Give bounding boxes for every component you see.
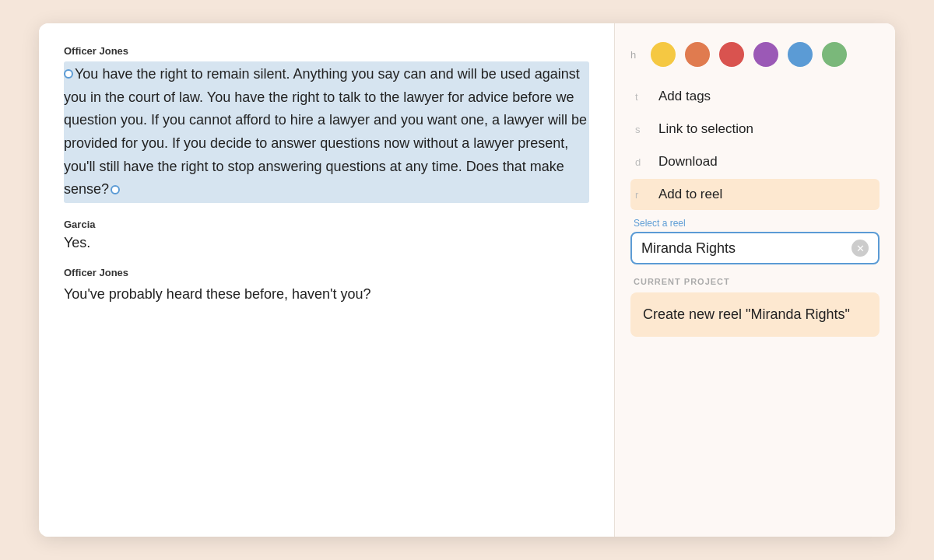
main-container: Officer Jones You have the right to rema… — [39, 23, 895, 537]
garcia-block: Garcia Yes. — [64, 219, 589, 251]
reel-search-input[interactable] — [641, 240, 845, 257]
reel-input-section: Select a reel ✕ — [630, 218, 880, 264]
menu-item-download[interactable]: d Download — [630, 146, 880, 177]
shortcut-s: s — [635, 124, 646, 135]
right-panel: h t Add tags s Link to selection d Downl… — [615, 23, 895, 537]
clear-reel-button[interactable]: ✕ — [851, 240, 869, 257]
transcript-block-1: Officer Jones You have the right to rema… — [64, 45, 589, 203]
menu-item-link-selection[interactable]: s Link to selection — [630, 114, 880, 145]
color-purple[interactable] — [753, 42, 778, 67]
current-project-label: CURRENT PROJECT — [630, 277, 880, 286]
current-project-section: CURRENT PROJECT Create new reel "Miranda… — [630, 277, 880, 337]
color-green[interactable] — [822, 42, 847, 67]
color-red[interactable] — [719, 42, 744, 67]
create-reel-item[interactable]: Create new reel "Miranda Rights" — [630, 292, 880, 337]
left-panel: Officer Jones You have the right to rema… — [39, 23, 615, 537]
highlighted-text: You have the right to remain silent. Any… — [64, 61, 589, 203]
speaker-officer-jones-1: Officer Jones — [64, 45, 589, 57]
shortcut-d: d — [635, 156, 646, 168]
color-yellow[interactable] — [651, 42, 676, 67]
speaker-officer-jones-2: Officer Jones — [64, 267, 589, 278]
add-tags-label: Add tags — [658, 89, 711, 104]
selection-handle-start — [64, 69, 73, 79]
color-blue[interactable] — [788, 42, 813, 67]
speaker-garcia: Garcia — [64, 219, 589, 230]
transcript-text-3: You've probably heard these before, have… — [64, 283, 589, 306]
highlighted-transcript-text: You have the right to remain silent. Any… — [64, 66, 587, 197]
menu-item-add-tags[interactable]: t Add tags — [630, 81, 880, 112]
reel-input-wrapper: ✕ — [630, 232, 880, 264]
transcript-block-3: Officer Jones You've probably heard thes… — [64, 267, 589, 306]
reel-input-label: Select a reel — [630, 218, 880, 229]
color-shortcut: h — [630, 49, 641, 61]
color-orange[interactable] — [685, 42, 710, 67]
color-row: h — [630, 42, 880, 67]
garcia-text: Yes. — [64, 235, 589, 251]
menu-item-add-to-reel[interactable]: r Add to reel — [630, 179, 880, 210]
link-selection-label: Link to selection — [658, 121, 753, 137]
shortcut-r: r — [635, 189, 646, 201]
selection-handle-end — [111, 185, 120, 194]
download-label: Download — [658, 154, 718, 170]
add-to-reel-label: Add to reel — [658, 187, 722, 202]
shortcut-t: t — [635, 91, 646, 103]
